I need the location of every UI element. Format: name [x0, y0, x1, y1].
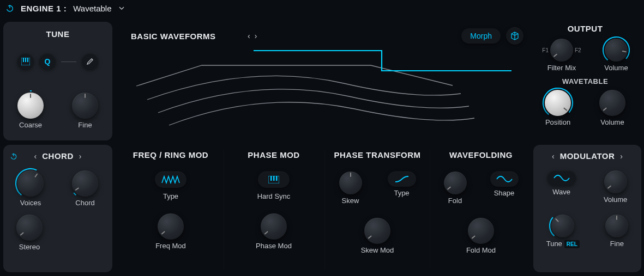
wavefold-shape-label: Shape — [494, 189, 515, 197]
fine-label: Fine — [78, 121, 92, 129]
modulator-title: MODULATOR — [560, 151, 615, 161]
modulator-prev-button[interactable]: ‹ — [550, 152, 557, 161]
output-volume-knob[interactable] — [605, 39, 628, 62]
power-icon[interactable] — [5, 4, 14, 13]
chord-next-button[interactable]: › — [77, 152, 84, 161]
freqring-type-label: Type — [163, 192, 178, 200]
coarse-knob[interactable] — [17, 93, 44, 119]
phasetrans-title: PHASE TRANSFORM — [326, 150, 429, 160]
chevron-down-icon[interactable] — [118, 5, 125, 11]
piano-mode-button[interactable] — [17, 53, 34, 70]
fold-label: Fold — [448, 197, 462, 205]
tune-title: TUNE — [3, 22, 112, 39]
svg-rect-15 — [273, 176, 275, 181]
wavetable-volume-label: Volume — [600, 118, 624, 126]
phasemod-title: PHASE MOD — [225, 150, 323, 160]
phasemod-knob[interactable] — [261, 213, 287, 240]
position-label: Position — [545, 118, 570, 126]
modulator-tune-label: TuneREL — [546, 240, 580, 248]
output-title: OUTPUT — [531, 24, 640, 33]
morph-button[interactable]: Morph — [461, 28, 501, 44]
f2-label: F2 — [575, 47, 581, 53]
freqring-type-button[interactable] — [155, 171, 186, 188]
svg-rect-16 — [276, 176, 278, 181]
waveform-prev-button[interactable]: ‹ — [245, 32, 252, 40]
svg-rect-4 — [25, 58, 26, 62]
cube-3d-button[interactable] — [506, 27, 523, 45]
fold-knob[interactable] — [444, 171, 467, 194]
voices-knob[interactable] — [17, 170, 44, 197]
modulator-volume-knob[interactable] — [604, 170, 627, 193]
waveform-next-button[interactable]: › — [252, 32, 260, 40]
svg-rect-3 — [23, 58, 24, 62]
modulator-next-button[interactable]: › — [618, 152, 625, 161]
output-volume-label: Volume — [604, 64, 628, 72]
wavetable-volume-knob[interactable] — [599, 90, 625, 116]
skew-label: Skew — [342, 197, 359, 205]
wavefold-title: WAVEFOLDING — [432, 150, 530, 160]
engine-label: ENGINE 1 : — [21, 4, 67, 13]
wavefold-shape-button[interactable] — [490, 171, 519, 187]
wavetable-title: WAVETABLE — [531, 77, 640, 85]
coarse-label: Coarse — [19, 121, 42, 129]
stereo-knob[interactable] — [16, 214, 43, 241]
basic-waveforms-title: BASIC WAVEFORMS — [120, 32, 245, 41]
filter-mix-label: Filter Mix — [547, 64, 576, 72]
skewmod-label: Skew Mod — [361, 246, 394, 254]
voices-label: Voices — [20, 199, 41, 207]
foldmod-label: Fold Mod — [466, 246, 496, 254]
freqring-title: FREQ / RING MOD — [119, 150, 222, 160]
filter-mix-knob[interactable] — [550, 39, 573, 62]
hardsync-button[interactable] — [258, 171, 290, 188]
modulator-wave-label: Wave — [552, 188, 570, 196]
modulator-fine-knob[interactable] — [605, 214, 628, 237]
svg-rect-14 — [270, 176, 272, 181]
chord-prev-button[interactable]: ‹ — [32, 152, 39, 161]
hardsync-label: Hard Sync — [257, 192, 291, 200]
fine-knob[interactable] — [72, 93, 98, 119]
engine-type-value[interactable]: Wavetable — [73, 4, 111, 13]
phasetrans-type-button[interactable] — [388, 171, 416, 187]
rel-tag[interactable]: REL — [564, 240, 580, 248]
modulator-tune-knob[interactable] — [551, 214, 574, 237]
stereo-label: Stereo — [19, 243, 40, 251]
foldmod-knob[interactable] — [468, 218, 494, 244]
phasemod-amount-label: Phase Mod — [256, 242, 292, 250]
phasetrans-type-label: Type — [394, 189, 409, 197]
modulator-fine-label: Fine — [610, 240, 624, 248]
position-knob[interactable] — [545, 90, 571, 116]
modulator-volume-label: Volume — [604, 195, 627, 204]
skew-knob[interactable] — [339, 171, 362, 194]
edit-button[interactable] — [82, 53, 98, 70]
modulator-wave-button[interactable] — [547, 170, 576, 186]
freqmod-knob[interactable] — [158, 213, 184, 240]
chord-label: Chord — [75, 199, 94, 207]
chord-power-icon[interactable] — [10, 152, 17, 160]
f1-label: F1 — [542, 47, 549, 53]
waveform-display[interactable] — [125, 46, 518, 143]
chord-title: CHORD — [42, 151, 74, 161]
quantize-button[interactable]: Q — [39, 53, 56, 70]
freqmod-label: Freq Mod — [155, 242, 186, 250]
svg-rect-5 — [27, 58, 28, 62]
chord-knob[interactable] — [72, 170, 98, 197]
skewmod-knob[interactable] — [364, 218, 390, 244]
